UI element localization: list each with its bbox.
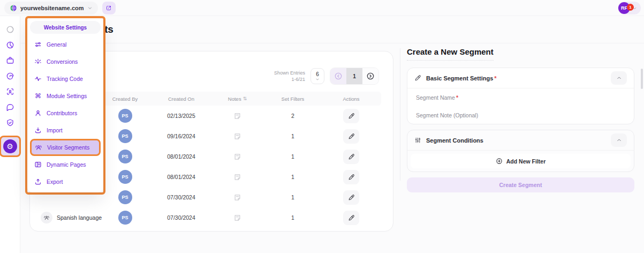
visitor-icon	[35, 144, 42, 151]
segment-note-placeholder: Segment Note (Optional)	[416, 112, 478, 118]
segment-name-cell: Spanish language	[35, 212, 102, 224]
set-filters-value: 1	[260, 194, 325, 200]
spiral-icon	[6, 72, 14, 80]
command-icon: ⌘	[34, 92, 42, 100]
menu-item-general[interactable]: General	[30, 36, 101, 53]
note-icon[interactable]	[233, 132, 241, 140]
pencil-icon	[348, 174, 355, 181]
creator-avatar: PS	[118, 170, 132, 184]
notes-header-label: Notes	[228, 96, 241, 102]
column-header-notes[interactable]: Notes ⇅	[215, 96, 260, 102]
edit-segment-button[interactable]	[343, 211, 359, 225]
sidebar-item-face-scan[interactable]	[5, 86, 16, 97]
column-header-created-by: Created By	[102, 96, 148, 102]
add-new-filter-button[interactable]: Add New Filter	[411, 154, 631, 168]
menu-item-contributors[interactable]: Contributors	[30, 105, 101, 122]
created-by-cell: PS	[102, 211, 148, 225]
edit-segment-button[interactable]	[343, 150, 359, 164]
menu-item-import[interactable]: Import	[30, 122, 101, 139]
created-on-value: 07/30/2024	[148, 194, 215, 200]
menu-item-label: Import	[47, 127, 63, 133]
created-by-cell: PS	[102, 150, 148, 163]
actions-cell	[325, 150, 377, 164]
actions-cell	[325, 129, 377, 144]
notes-cell	[215, 194, 260, 202]
settings-menu-panel: Website Settings GeneralConversionsTrack…	[27, 18, 103, 192]
conversions-icon	[34, 58, 42, 65]
prev-page-button[interactable]	[330, 68, 346, 84]
segment-conditions-card: Segment Conditions Add New Filter	[407, 130, 634, 172]
pencil-icon	[348, 214, 355, 221]
settings-menu-list: GeneralConversionsTracking Code⌘Module S…	[30, 36, 101, 190]
create-segment-button[interactable]: Create Segment	[407, 177, 634, 192]
menu-item-export[interactable]: Export	[30, 173, 101, 190]
sidebar-item-shield[interactable]	[5, 117, 16, 128]
menu-item-label: Dynamic Pages	[47, 161, 86, 168]
basic-settings-title: Basic Segment Settings*	[426, 75, 606, 81]
sidebar-item-pie[interactable]	[5, 40, 16, 50]
pencil-icon	[348, 113, 355, 120]
segment-name-input[interactable]: Segment Name*	[407, 88, 634, 106]
segment-name-placeholder: Segment Name	[416, 94, 455, 101]
disc-icon	[6, 25, 14, 34]
menu-item-conversions[interactable]: Conversions	[30, 53, 101, 70]
note-icon[interactable]	[233, 173, 241, 181]
menu-item-label: Export	[47, 178, 63, 185]
website-name: yourwebsitename.com	[20, 5, 84, 11]
current-page-button[interactable]: 1	[346, 68, 362, 84]
sidebar-item-gear[interactable]: ⚙	[0, 136, 21, 157]
user-menu[interactable]: RF 1	[618, 2, 641, 14]
website-settings-menu: Website Settings GeneralConversionsTrack…	[25, 16, 105, 195]
column-header-created-on: Created On	[148, 96, 215, 102]
created-on-value: 09/16/2024	[148, 133, 215, 139]
arrow-left-circle-icon	[334, 72, 343, 80]
app: yourwebsitename.com RF 1 ⚙ Visitor Segme…	[0, 0, 644, 253]
segment-conditions-header: Segment Conditions	[407, 130, 634, 151]
sort-icon: ⇅	[243, 96, 247, 101]
collapse-conditions-button[interactable]	[611, 133, 627, 147]
shown-entries-value: 1-6/21	[274, 76, 305, 83]
sidebar-item-chat[interactable]	[5, 102, 16, 113]
creator-avatar: PS	[118, 150, 132, 163]
scrollbar[interactable]	[641, 69, 643, 89]
edit-segment-button[interactable]	[343, 170, 359, 184]
chevron-up-icon	[616, 137, 622, 143]
segment-note-input[interactable]: Segment Note (Optional)	[407, 106, 634, 124]
note-icon[interactable]	[233, 112, 241, 120]
created-by-cell: PS	[102, 109, 148, 123]
created-on-value: 08/01/2024	[148, 174, 215, 180]
sidebar-item-briefcase[interactable]	[5, 55, 16, 66]
avatar: RF 1	[618, 2, 630, 14]
set-filters-value: 1	[260, 214, 325, 221]
page-size-select[interactable]: 6	[310, 68, 324, 84]
sidebar-item-disc[interactable]	[5, 24, 16, 35]
website-selector[interactable]: yourwebsitename.com	[4, 2, 98, 14]
open-website-button[interactable]	[102, 2, 116, 14]
note-icon[interactable]	[233, 214, 241, 222]
briefcase-icon	[6, 56, 14, 65]
pages-icon	[34, 161, 42, 168]
menu-item-module-settings[interactable]: ⌘Module Settings	[30, 87, 101, 105]
basic-settings-header: Basic Segment Settings*	[407, 68, 634, 88]
collapse-basic-settings-button[interactable]	[611, 71, 627, 85]
shield-icon	[6, 118, 14, 127]
notes-cell	[215, 153, 260, 161]
menu-item-visitor-segments[interactable]: Visitor Segments	[30, 139, 101, 156]
edit-segment-button[interactable]	[343, 109, 359, 123]
edit-segment-button[interactable]	[343, 129, 359, 144]
pie-icon	[6, 41, 14, 49]
note-icon[interactable]	[233, 194, 241, 202]
menu-item-label: Module Settings	[47, 93, 87, 99]
plus-circle-icon	[496, 158, 503, 165]
note-icon[interactable]	[233, 153, 241, 161]
actions-cell	[325, 109, 377, 123]
topbar: yourwebsitename.com RF 1	[0, 0, 644, 16]
shown-entries-label: Shown Entries	[274, 70, 305, 76]
chevron-up-icon	[616, 75, 622, 81]
menu-item-dynamic-pages[interactable]: Dynamic Pages	[30, 156, 101, 173]
set-filters-value: 1	[260, 153, 325, 160]
edit-segment-button[interactable]	[343, 190, 359, 205]
sidebar-item-spiral[interactable]	[5, 71, 16, 81]
menu-item-tracking-code[interactable]: Tracking Code	[30, 70, 101, 87]
next-page-button[interactable]	[362, 68, 378, 84]
